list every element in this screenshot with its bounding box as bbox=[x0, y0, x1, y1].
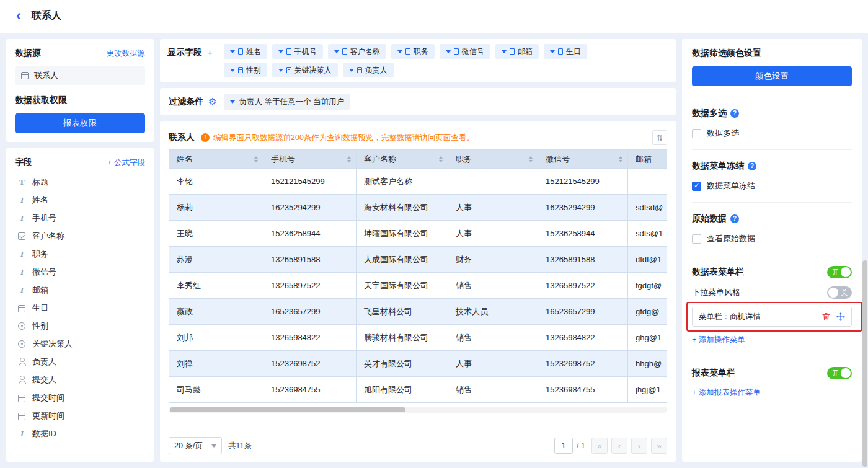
page-title[interactable]: 联系人 bbox=[30, 8, 63, 25]
field-item[interactable]: 提交时间 bbox=[15, 389, 145, 407]
filter-condition-chip[interactable]: 负责人 等于任意一个 当前用户 bbox=[224, 94, 350, 110]
add-display-field-button[interactable]: + bbox=[207, 47, 213, 77]
datasource-item[interactable]: 联系人 bbox=[15, 66, 145, 85]
table-row[interactable]: 刘禅15232698752英才有限公司人事15232698752hhgh@ bbox=[169, 351, 668, 377]
gear-icon[interactable]: ⚙ bbox=[208, 96, 216, 107]
horizontal-scrollbar-thumb[interactable] bbox=[170, 407, 405, 412]
display-field-chip[interactable]: 邮箱 bbox=[495, 44, 539, 59]
menu-freeze-checkbox-row[interactable]: 数据菜单冻结 bbox=[692, 180, 852, 192]
table-cell: 司马懿 bbox=[169, 377, 264, 403]
field-item[interactable]: 更新时间 bbox=[15, 407, 145, 425]
display-field-chip[interactable]: 职务 bbox=[391, 44, 435, 59]
table-row[interactable]: 嬴政16523657299飞星材料公司技术人员16523657299gfdg@ bbox=[169, 299, 668, 325]
column-header-label: 手机号 bbox=[271, 154, 295, 164]
sort-arrows-icon[interactable] bbox=[254, 156, 258, 162]
field-item[interactable]: 标题 bbox=[15, 173, 145, 191]
vertical-scrollbar-thumb[interactable] bbox=[862, 260, 867, 467]
back-icon[interactable]: ‹ bbox=[16, 8, 21, 23]
multi-select-checkbox[interactable] bbox=[692, 129, 701, 138]
next-page-button[interactable]: › bbox=[631, 438, 647, 454]
display-field-chip[interactable]: 负责人 bbox=[343, 63, 394, 77]
column-header[interactable]: 姓名 bbox=[169, 150, 264, 169]
display-field-chip[interactable]: 生日 bbox=[544, 44, 587, 59]
table-cell: 苏漫 bbox=[169, 247, 264, 273]
help-icon[interactable] bbox=[730, 214, 739, 223]
table-menu-toggle[interactable]: 开 bbox=[827, 266, 852, 278]
field-item[interactable]: 微信号 bbox=[15, 263, 145, 281]
table-row[interactable]: 刘邦13265984822腾骏材料有限公司销售13265984822ghg@1 bbox=[169, 325, 668, 351]
field-item[interactable]: 负责人 bbox=[15, 353, 145, 371]
column-header[interactable]: 微信号 bbox=[538, 150, 628, 169]
table-row[interactable]: 李秀红13265897522天宇国际有限公司销售13265897522fgdgf… bbox=[169, 273, 668, 299]
sort-arrows-icon[interactable] bbox=[439, 156, 443, 162]
column-header[interactable]: 邮箱 bbox=[628, 150, 668, 169]
field-item[interactable]: 姓名 bbox=[15, 191, 145, 209]
prev-page-button[interactable]: ‹ bbox=[611, 438, 627, 454]
vertical-scrollbar[interactable] bbox=[862, 34, 868, 468]
sort-button[interactable]: ⇅ bbox=[652, 130, 667, 145]
report-menu-toggle[interactable]: 开 bbox=[827, 367, 852, 379]
chip-label: 手机号 bbox=[294, 46, 317, 57]
table-cell: 财务 bbox=[448, 247, 538, 273]
field-item[interactable]: 关键决策人 bbox=[15, 335, 145, 353]
field-label: 生日 bbox=[32, 302, 48, 314]
column-header[interactable]: 手机号 bbox=[264, 150, 356, 169]
menu-freeze-checkbox[interactable] bbox=[692, 182, 701, 191]
table-cell: 李秀红 bbox=[169, 273, 264, 299]
raw-data-section: 原始数据 查看原始数据 bbox=[692, 202, 852, 255]
multi-select-checkbox-row[interactable]: 数据多选 bbox=[692, 128, 852, 139]
first-page-button[interactable]: « bbox=[591, 438, 608, 454]
move-menu-button[interactable] bbox=[836, 312, 845, 321]
report-menu-section: 报表菜单栏 开 + 添加报表操作菜单 bbox=[692, 356, 852, 408]
display-field-chip[interactable]: 手机号 bbox=[272, 44, 323, 59]
sort-arrows-icon[interactable] bbox=[347, 156, 351, 162]
column-header[interactable]: 职务 bbox=[448, 150, 538, 169]
table-row[interactable]: 王晓15236258944坤曜国际有限公司人事15236258944sdfs@1 bbox=[169, 221, 668, 247]
filter-panel: 过滤条件 ⚙ 负责人 等于任意一个 当前用户 bbox=[160, 88, 676, 115]
horizontal-scrollbar[interactable] bbox=[169, 407, 667, 413]
field-item[interactable]: 邮箱 bbox=[15, 281, 145, 299]
sort-arrows-icon[interactable] bbox=[529, 156, 533, 162]
sort-arrows-icon[interactable] bbox=[619, 156, 622, 162]
add-report-menu-link[interactable]: + 添加报表操作菜单 bbox=[692, 387, 761, 398]
delete-menu-button[interactable] bbox=[822, 312, 830, 321]
last-page-button[interactable]: » bbox=[651, 438, 667, 454]
field-item[interactable]: 性别 bbox=[15, 317, 145, 335]
report-permission-button[interactable]: 报表权限 bbox=[15, 113, 145, 133]
field-item[interactable]: 客户名称 bbox=[15, 227, 145, 245]
help-icon[interactable] bbox=[748, 162, 756, 170]
table-row[interactable]: 杨莉16235294299海安材料有限公司人事16235294299sdfsd@ bbox=[169, 195, 668, 221]
display-field-chip[interactable]: 微信号 bbox=[440, 44, 490, 59]
field-item[interactable]: 提交人 bbox=[15, 371, 145, 389]
column-header[interactable]: 客户名称 bbox=[356, 150, 448, 169]
field-item[interactable]: 手机号 bbox=[15, 209, 145, 227]
display-field-chip[interactable]: 关键决策人 bbox=[272, 63, 338, 77]
table-row[interactable]: 司马懿15236984755旭阳有限公司销售15236984755jhgj@1 bbox=[169, 377, 668, 403]
raw-data-checkbox[interactable] bbox=[692, 234, 701, 244]
page-size-select[interactable]: 20 条/页 bbox=[169, 437, 222, 454]
table-cell: dfdf@1 bbox=[628, 247, 668, 273]
field-label: 微信号 bbox=[32, 267, 56, 278]
table-cell: 技术人员 bbox=[448, 299, 538, 325]
display-field-chip[interactable]: 性别 bbox=[224, 63, 267, 77]
add-formula-field-link[interactable]: + 公式字段 bbox=[107, 157, 145, 168]
change-datasource-link[interactable]: 更改数据源 bbox=[107, 48, 146, 59]
table-row[interactable]: 苏漫13265891588大成国际有限公司财务13265891588dfdf@1 bbox=[169, 247, 668, 273]
preview-table: 姓名 手机号 客户名称 职务 微信号 邮箱 bbox=[169, 149, 667, 403]
color-settings-button[interactable]: 颜色设置 bbox=[692, 66, 852, 86]
dropdown-style-toggle[interactable]: 关 bbox=[827, 286, 852, 299]
toggle-off-label: 关 bbox=[841, 288, 848, 298]
help-icon[interactable] bbox=[730, 109, 739, 118]
datasource-title: 数据源 bbox=[15, 48, 41, 59]
field-item[interactable]: 生日 bbox=[15, 299, 145, 317]
page-input[interactable] bbox=[554, 438, 573, 454]
add-action-menu-link[interactable]: + 添加操作菜单 bbox=[692, 335, 745, 345]
display-field-chip[interactable]: 客户名称 bbox=[328, 44, 386, 59]
menu-bar-item[interactable]: 菜单栏：商机详情 bbox=[692, 307, 852, 327]
field-item[interactable]: 数据ID bbox=[15, 425, 145, 443]
raw-data-checkbox-row[interactable]: 查看原始数据 bbox=[692, 233, 852, 244]
field-item[interactable]: 职务 bbox=[15, 245, 145, 263]
table-row[interactable]: 李铭152121545299测试客户名称152121545299 bbox=[169, 169, 668, 195]
display-field-chip[interactable]: 姓名 bbox=[224, 44, 267, 59]
text-icon bbox=[17, 250, 26, 258]
